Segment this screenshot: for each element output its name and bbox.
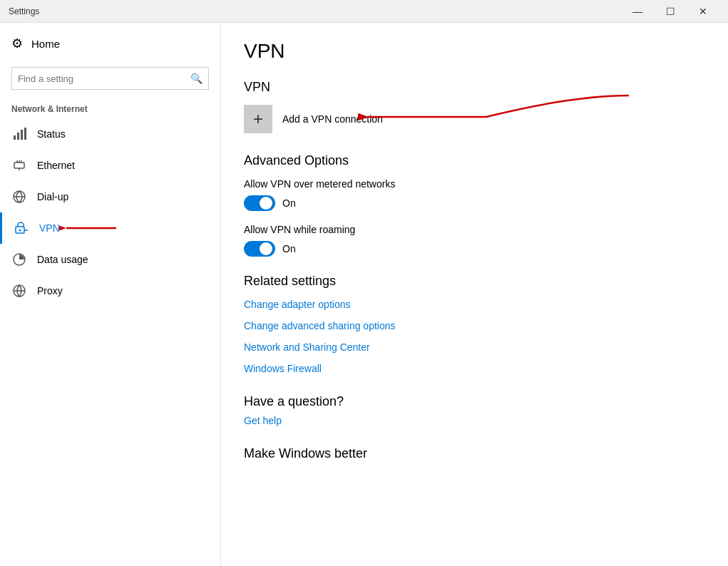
question-section: Have a question? Get help <box>244 394 705 426</box>
minimize-button[interactable]: — <box>621 0 654 23</box>
add-vpn-label: Add a VPN connection <box>282 113 383 125</box>
sidebar-item-vpn[interactable]: VPN <box>0 212 220 244</box>
search-icon: 🔍 <box>185 73 208 84</box>
network-center-link[interactable]: Network and Sharing Center <box>244 341 705 353</box>
get-help-link[interactable]: Get help <box>244 415 705 426</box>
svg-rect-0 <box>14 135 16 140</box>
sidebar-item-status[interactable]: Status <box>0 118 220 150</box>
windows-firewall-link[interactable]: Windows Firewall <box>244 363 705 374</box>
toggle-metered-control: On <box>244 195 705 211</box>
sidebar-item-proxy[interactable]: Proxy <box>0 275 220 307</box>
svg-point-12 <box>19 230 21 232</box>
ethernet-icon <box>11 158 27 173</box>
change-adapter-link[interactable]: Change adapter options <box>244 299 705 310</box>
vpn-icon <box>14 221 29 235</box>
toggle-roaming[interactable] <box>244 241 275 257</box>
related-settings-title: Related settings <box>244 274 705 289</box>
sidebar-home-label: Home <box>31 38 60 50</box>
data-usage-icon <box>11 252 27 267</box>
close-button[interactable]: ✕ <box>687 0 719 23</box>
toggle-metered-label: Allow VPN over metered networks <box>244 178 705 190</box>
status-icon <box>11 127 27 141</box>
toggle-roaming-control: On <box>244 241 705 257</box>
sidebar-item-ethernet[interactable]: Ethernet <box>0 150 220 181</box>
svg-rect-4 <box>14 163 24 168</box>
search-container: 🔍 <box>0 64 220 98</box>
vpn-arrow-annotation <box>59 217 116 239</box>
dialup-icon <box>11 190 27 204</box>
dialup-label: Dial-up <box>37 191 68 202</box>
windows-better-title: Make Windows better <box>244 446 705 461</box>
add-vpn-arrow-annotation <box>358 92 643 135</box>
app-container: ⚙ Home 🔍 Network & Internet Status <box>0 23 728 566</box>
toggle-row-roaming: Allow VPN while roaming On <box>244 224 705 257</box>
plus-icon: + <box>253 110 263 128</box>
toggle-metered-state: On <box>282 197 296 209</box>
sidebar-item-data-usage[interactable]: Data usage <box>0 244 220 275</box>
proxy-icon <box>11 284 27 298</box>
toggle-row-metered: Allow VPN over metered networks On <box>244 178 705 211</box>
vpn-label: VPN <box>39 222 60 234</box>
search-box: 🔍 <box>11 67 209 90</box>
sidebar-item-dialup[interactable]: Dial-up <box>0 181 220 212</box>
main-content: VPN VPN + Add a VPN connection Advanced … <box>221 23 728 566</box>
advanced-options-title: Advanced Options <box>244 153 705 168</box>
vpn-section-title: VPN <box>244 80 705 95</box>
page-title: VPN <box>244 40 705 63</box>
svg-rect-2 <box>21 130 23 140</box>
svg-rect-3 <box>24 128 26 140</box>
toggle-roaming-label: Allow VPN while roaming <box>244 224 705 235</box>
home-icon: ⚙ <box>11 36 23 51</box>
data-usage-label: Data usage <box>37 254 88 265</box>
title-bar-title: Settings <box>9 6 39 16</box>
search-input[interactable] <box>12 73 185 84</box>
title-bar-controls: — ☐ ✕ <box>621 0 719 23</box>
svg-rect-1 <box>17 133 19 140</box>
status-label: Status <box>37 128 66 140</box>
add-vpn-button[interactable]: + <box>244 105 272 133</box>
advanced-options-section: Advanced Options Allow VPN over metered … <box>244 153 705 257</box>
sidebar-section-title: Network & Internet <box>0 98 220 118</box>
toggle-roaming-state: On <box>282 243 296 254</box>
maximize-button[interactable]: ☐ <box>654 0 687 23</box>
add-vpn-row: + Add a VPN connection <box>244 105 705 133</box>
toggle-metered[interactable] <box>244 195 275 211</box>
title-bar: Settings — ☐ ✕ <box>0 0 728 23</box>
sidebar-item-home[interactable]: ⚙ Home <box>0 23 220 64</box>
proxy-label: Proxy <box>37 285 63 297</box>
question-title: Have a question? <box>244 394 705 409</box>
windows-better-section: Make Windows better <box>244 446 705 461</box>
related-settings-section: Related settings Change adapter options … <box>244 274 705 374</box>
sidebar: ⚙ Home 🔍 Network & Internet Status <box>0 23 221 566</box>
change-sharing-link[interactable]: Change advanced sharing options <box>244 320 705 331</box>
ethernet-label: Ethernet <box>37 160 75 171</box>
